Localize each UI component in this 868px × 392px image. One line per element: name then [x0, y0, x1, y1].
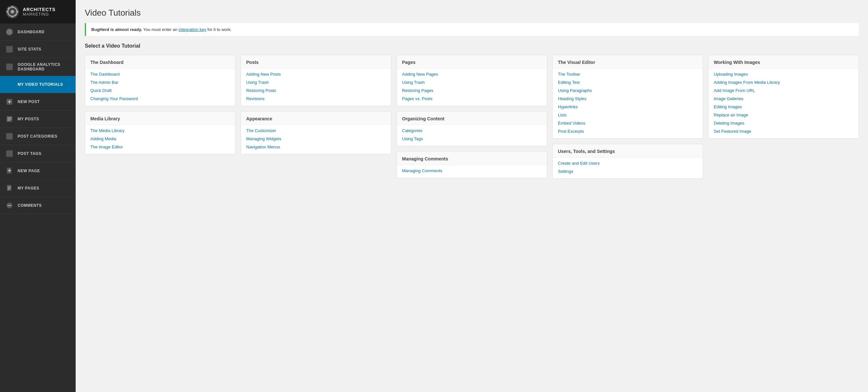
link-the-dashboard[interactable]: The Dashboard — [90, 72, 230, 77]
main-content: Video Tutorials BugHerd is almost ready.… — [76, 0, 868, 392]
svg-point-10 — [9, 31, 10, 33]
link-create-and-edit-users[interactable]: Create and Edit Users — [558, 161, 698, 166]
svg-point-2 — [11, 10, 14, 13]
link-editing-text[interactable]: Editing Text — [558, 80, 698, 85]
sidebar-items: DASHBOARD SITE STATS GOOGLE ANALYTICS DA… — [0, 24, 76, 214]
card-the-visual-editor: The Visual Editor The Toolbar Editing Te… — [552, 55, 703, 139]
link-using-trash-posts[interactable]: Using Trash — [246, 80, 386, 85]
link-adding-media[interactable]: Adding Media — [90, 136, 230, 141]
sidebar-item-post-tags[interactable]: POST TAGS — [0, 145, 76, 162]
sidebar-item-label: SITE STATS — [18, 47, 41, 52]
site-stats-icon — [5, 45, 14, 54]
link-managing-comments[interactable]: Managing Comments — [402, 168, 541, 173]
post-categories-icon — [5, 132, 14, 141]
link-using-trash-pages[interactable]: Using Trash — [402, 80, 541, 85]
svg-rect-5 — [6, 11, 8, 12]
col-dashboard: The Dashboard The Dashboard The Admin Ba… — [85, 55, 236, 179]
sidebar-item-label: NEW POST — [18, 99, 40, 104]
page-title: Video Tutorials — [85, 8, 859, 18]
link-categories[interactable]: Categories — [402, 128, 541, 133]
sidebar-item-new-post[interactable]: NEW POST — [0, 93, 76, 111]
col-posts: Posts Adding New Posts Using Trash Resto… — [241, 55, 391, 179]
link-adding-new-pages[interactable]: Adding New Pages — [402, 72, 541, 77]
link-adding-images-from-media-library[interactable]: Adding Images From Media Library — [714, 80, 853, 85]
link-uploading-images[interactable]: Uploading Images — [714, 72, 853, 77]
link-add-image-from-url[interactable]: Add Image From URL — [714, 88, 853, 93]
card-links-users-tools-settings: Create and Edit Users Settings — [553, 157, 703, 178]
notice-bar: BugHerd is almost ready. You must enter … — [85, 23, 859, 36]
comments-icon — [5, 201, 14, 210]
link-navigation-menus[interactable]: Navigation Menus — [246, 145, 386, 149]
link-adding-new-posts[interactable]: Adding New Posts — [246, 72, 386, 77]
my-pages-icon — [5, 184, 14, 192]
link-deleting-images[interactable]: Deleting Images — [714, 121, 853, 126]
link-replace-an-image[interactable]: Replace an Image — [714, 113, 853, 117]
link-revisions[interactable]: Revisions — [246, 96, 386, 101]
link-lists[interactable]: Lists — [558, 113, 698, 117]
sidebar-item-site-stats[interactable]: SITE STATS — [0, 41, 76, 58]
col-visual-editor: The Visual Editor The Toolbar Editing Te… — [552, 55, 703, 179]
card-posts: Posts Adding New Posts Using Trash Resto… — [241, 55, 391, 106]
card-links-posts: Adding New Posts Using Trash Restoring P… — [241, 68, 391, 105]
card-header-posts: Posts — [241, 55, 391, 68]
logo-icon — [5, 5, 20, 19]
link-quick-draft[interactable]: Quick Draft — [90, 88, 230, 93]
sidebar-item-label: NEW PAGE — [18, 169, 40, 173]
link-changing-your-password[interactable]: Changing Your Password — [90, 96, 230, 101]
link-set-featured-image[interactable]: Set Featured Image — [714, 129, 853, 134]
card-links-managing-comments: Managing Comments — [397, 165, 547, 178]
link-the-admin-bar[interactable]: The Admin Bar — [90, 80, 230, 85]
svg-rect-4 — [12, 16, 13, 18]
link-managing-widgets[interactable]: Managing Widgets — [246, 136, 386, 141]
sidebar-item-label: MY VIDEO TUTORIALS — [18, 82, 63, 87]
link-pages-vs-posts[interactable]: Pages vs. Posts — [402, 96, 541, 101]
link-image-galleries[interactable]: Image Galleries — [714, 96, 853, 101]
svg-rect-3 — [12, 6, 13, 8]
link-restoring-posts[interactable]: Restoring Posts — [246, 88, 386, 93]
svg-rect-21 — [7, 185, 11, 191]
sidebar-item-comments[interactable]: COMMENTS — [0, 197, 76, 214]
link-settings[interactable]: Settings — [558, 169, 698, 174]
select-tutorial-label: Select a Video Tutorial — [85, 43, 859, 49]
link-post-excerpts[interactable]: Post Excerpts — [558, 129, 698, 134]
link-embed-videos[interactable]: Embed Videos — [558, 121, 698, 126]
link-the-customizer[interactable]: The Customizer — [246, 128, 386, 133]
svg-rect-6 — [16, 11, 18, 12]
tutorials-grid: The Dashboard The Dashboard The Admin Ba… — [85, 55, 859, 179]
integration-key-link[interactable]: integration key — [179, 27, 207, 32]
new-post-icon — [5, 97, 14, 106]
notice-text2: for it to work. — [207, 27, 231, 32]
sidebar-logo: ARCHITECTS MARKETING — [0, 0, 76, 24]
post-tags-icon — [5, 149, 14, 158]
link-the-toolbar[interactable]: The Toolbar — [558, 72, 698, 77]
analytics-icon — [5, 63, 14, 71]
notice-text: You must enter an — [143, 27, 179, 32]
sidebar-item-dashboard[interactable]: DASHBOARD — [0, 24, 76, 41]
link-the-image-editor[interactable]: The Image Editor — [90, 145, 230, 149]
sidebar-item-my-pages[interactable]: MY PAGES — [0, 180, 76, 197]
sidebar-item-new-page[interactable]: NEW PAGE — [0, 162, 76, 180]
logo-text: ARCHITECTS MARKETING — [23, 7, 56, 17]
svg-point-27 — [9, 205, 10, 206]
link-editing-images[interactable]: Editing Images — [714, 104, 853, 109]
link-using-tags[interactable]: Using Tags — [402, 136, 541, 141]
sidebar-item-label: POST CATEGORIES — [18, 134, 57, 139]
col-working-with-images: Working With Images Uploading Images Add… — [708, 55, 859, 179]
card-header-the-dashboard: The Dashboard — [85, 55, 235, 68]
sidebar-item-my-video-tutorials[interactable]: MY VIDEO TUTORIALS — [0, 76, 76, 93]
link-using-paragraphs[interactable]: Using Paragraphs — [558, 88, 698, 93]
link-hyperlinks[interactable]: Hyperlinks — [558, 104, 698, 109]
link-restoring-pages[interactable]: Restoring Pages — [402, 88, 541, 93]
sidebar-item-my-posts[interactable]: MY POSTS — [0, 111, 76, 128]
sidebar-item-label: GOOGLE ANALYTICS DASHBOARD — [18, 62, 70, 71]
card-links-organizing-content: Categories Using Tags — [397, 125, 547, 146]
sidebar-item-post-categories[interactable]: POST CATEGORIES — [0, 128, 76, 145]
link-the-media-library[interactable]: The Media Library — [90, 128, 230, 133]
card-links-appearance: The Customizer Managing Widgets Navigati… — [241, 125, 391, 154]
card-working-with-images: Working With Images Uploading Images Add… — [708, 55, 859, 139]
link-heading-styles[interactable]: Heading Styles — [558, 96, 698, 101]
sidebar-item-google-analytics[interactable]: GOOGLE ANALYTICS DASHBOARD — [0, 58, 76, 76]
card-links-working-with-images: Uploading Images Adding Images From Medi… — [709, 68, 859, 138]
sidebar-item-label: MY PAGES — [18, 186, 39, 190]
card-links-the-visual-editor: The Toolbar Editing Text Using Paragraph… — [553, 68, 703, 138]
